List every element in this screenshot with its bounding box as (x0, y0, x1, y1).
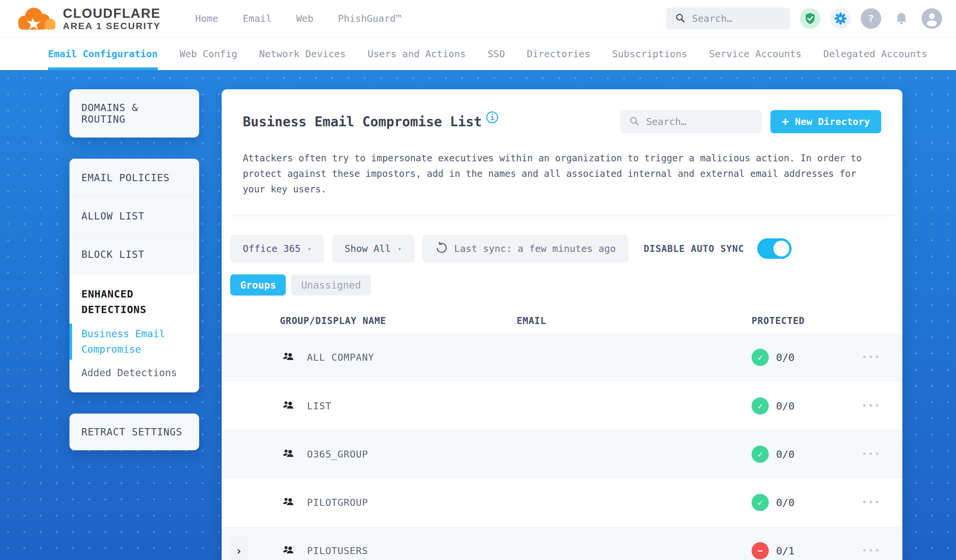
group-name: PILOTUSERS (307, 545, 368, 556)
directory-dropdown-value: Office 365 (243, 243, 301, 254)
nav-email[interactable]: Email (243, 13, 272, 24)
page-canvas: DOMAINS & ROUTING EMAIL POLICIES ALLOW L… (0, 70, 956, 560)
tab-sso[interactable]: SSO (487, 38, 505, 70)
tab-network-devices[interactable]: Network Devices (259, 38, 346, 70)
main-header: Business Email Compromise List i + New D… (222, 110, 903, 133)
row-expand-chevron[interactable]: › (230, 535, 248, 560)
sidebar-item-retract-settings[interactable]: RETRACT SETTINGS (69, 414, 199, 450)
chevron-down-icon: ▾ (307, 245, 311, 253)
check-glyph: ✓ (758, 497, 763, 507)
new-directory-button[interactable]: + New Directory (770, 110, 881, 133)
group-name: O365_GROUP (307, 449, 368, 460)
last-sync-text: Last sync: a few minutes ago (454, 243, 616, 254)
row-menu-icon[interactable]: ••• (862, 401, 881, 411)
group-name: ALL COMPANY (307, 352, 374, 363)
column-group-display-name: GROUP/DISPLAY NAME (222, 315, 517, 326)
row-menu-icon[interactable]: ••• (862, 450, 881, 459)
group-name: LIST (307, 400, 332, 412)
nav-home[interactable]: Home (195, 13, 219, 24)
list-search[interactable] (620, 110, 762, 133)
chevron-down-icon: ▾ (398, 245, 402, 253)
row-menu-icon[interactable]: ••• (862, 353, 881, 362)
cloudflare-logo-icon (14, 4, 58, 33)
brand-subname: AREA 1 SECURITY (63, 21, 161, 31)
sidebar: DOMAINS & ROUTING EMAIL POLICIES ALLOW L… (69, 89, 199, 471)
protected-check-icon: ✓ (752, 397, 769, 414)
directory-dropdown[interactable]: Office 365 ▾ (230, 235, 324, 262)
table-row[interactable]: O365_GROUP ✓ 0/0 ••• (222, 430, 903, 478)
protected-count: 0/0 (776, 400, 794, 412)
sidebar-item-added-detections[interactable]: Added Detections (82, 367, 187, 378)
protected-count: 0/0 (776, 448, 794, 460)
header-actions: + New Directory (620, 110, 881, 133)
new-directory-label: New Directory (795, 116, 870, 127)
row-menu-icon[interactable]: ••• (862, 546, 881, 555)
group-table: ALL COMPANY ✓ 0/0 ••• L (222, 333, 903, 560)
tab-email-configuration[interactable]: Email Configuration (48, 38, 158, 70)
tab-web-config[interactable]: Web Config (179, 38, 237, 70)
table-row[interactable]: LIST ✓ 0/0 ••• (222, 381, 903, 430)
tab-users-and-actions[interactable]: Users and Actions (368, 38, 466, 70)
list-search-input[interactable] (646, 116, 753, 127)
protected-count: 0/0 (776, 351, 794, 363)
tab-delegated-accounts[interactable]: Delegated Accounts (823, 38, 927, 70)
cloudflare-brand: CLOUDFLARE AREA 1 SECURITY (14, 4, 161, 33)
last-sync-button[interactable]: Last sync: a few minutes ago (423, 235, 629, 262)
auto-sync-label: DISABLE AUTO SYNC (644, 243, 744, 254)
info-glyph: i (490, 113, 495, 122)
nav-phishguard[interactable]: PhishGuard™ (338, 13, 402, 24)
top-nav: Home Email Web PhishGuard™ (195, 13, 402, 24)
help-icon[interactable]: ? (861, 8, 881, 29)
sidebar-section-enhanced-detections: ENHANCED DETECTIONS Business Email Compr… (69, 274, 199, 392)
nav-web[interactable]: Web (296, 13, 313, 24)
secondary-nav: Email Configuration Web Config Network D… (0, 37, 956, 70)
divider (228, 215, 896, 216)
group-tabs: Groups Unassigned (222, 275, 903, 295)
check-glyph: ✓ (758, 449, 763, 459)
tab-service-accounts[interactable]: Service Accounts (709, 38, 802, 70)
table-row[interactable]: › PILOTUSERS − 0/1 ••• (222, 526, 903, 560)
sidebar-card-policies: EMAIL POLICIES ALLOW LIST BLOCK LIST ENH… (69, 159, 199, 392)
row-menu-icon[interactable]: ••• (862, 498, 881, 507)
tab-subscriptions[interactable]: Subscriptions (612, 38, 687, 70)
group-icon (281, 494, 296, 510)
sidebar-card-domains: DOMAINS & ROUTING (69, 89, 199, 138)
column-protected: PROTECTED (752, 315, 903, 326)
header-right: ? (666, 8, 942, 30)
check-glyph: ✓ (758, 352, 763, 362)
refresh-icon (435, 241, 448, 256)
sidebar-item-block-list[interactable]: BLOCK LIST (69, 235, 199, 274)
page-description: Attackers often try to impersonate execu… (222, 151, 887, 197)
group-name: PILOTGROUP (307, 497, 368, 508)
sidebar-item-business-email-compromise[interactable]: Business Email Compromise (82, 326, 187, 357)
table-row[interactable]: ALL COMPANY ✓ 0/0 ••• (222, 333, 903, 381)
search-icon (629, 116, 640, 128)
check-glyph: ✓ (758, 401, 763, 411)
question-glyph: ? (868, 13, 874, 25)
sidebar-item-domains-routing[interactable]: DOMAINS & ROUTING (69, 89, 199, 138)
security-status-icon[interactable] (800, 8, 820, 29)
tab-unassigned[interactable]: Unassigned (291, 275, 371, 295)
sidebar-item-enhanced-detections[interactable]: ENHANCED DETECTIONS (82, 286, 187, 317)
filter-row: Office 365 ▾ Show All ▾ Last sync: a few… (222, 235, 903, 262)
notifications-bell-icon[interactable] (891, 8, 912, 29)
tab-directories[interactable]: Directories (527, 38, 590, 70)
group-icon (281, 446, 296, 462)
toggle-knob (774, 241, 789, 257)
table-row[interactable]: PILOTGROUP ✓ 0/0 ••• (222, 478, 903, 526)
info-icon[interactable]: i (486, 111, 498, 123)
sidebar-item-allow-list[interactable]: ALLOW LIST (69, 197, 199, 235)
tab-groups[interactable]: Groups (230, 275, 286, 295)
sidebar-card-retract: RETRACT SETTINGS (69, 414, 199, 450)
show-filter-dropdown[interactable]: Show All ▾ (332, 235, 415, 262)
user-avatar-icon[interactable] (921, 8, 942, 29)
global-search[interactable] (666, 8, 790, 30)
minus-glyph: − (758, 546, 763, 556)
sidebar-item-email-policies[interactable]: EMAIL POLICIES (69, 159, 199, 197)
page-title: Business Email Compromise List (243, 114, 482, 129)
protected-check-icon: ✓ (752, 445, 769, 463)
table-header: GROUP/DISPLAY NAME EMAIL PROTECTED (222, 315, 903, 326)
settings-gear-icon[interactable] (830, 8, 851, 29)
auto-sync-toggle[interactable] (757, 238, 792, 259)
global-search-input[interactable] (692, 13, 781, 24)
